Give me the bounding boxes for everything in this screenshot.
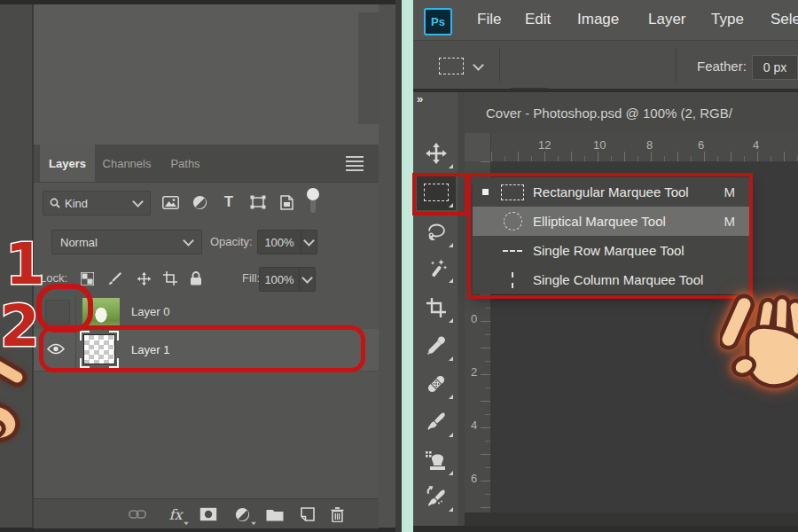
healing-brush-tool-icon: [425, 372, 448, 395]
ruler-label-h: 4: [753, 138, 759, 152]
tab-paths[interactable]: Paths: [159, 145, 212, 182]
tab-layers[interactable]: Layers: [40, 145, 95, 182]
blend-mode-value: Normal: [60, 236, 184, 249]
lock-all-icon[interactable]: [185, 269, 207, 288]
history-brush-tool-icon: [425, 485, 448, 508]
tool-preset-button[interactable]: [439, 58, 482, 74]
panel-right-strip: [379, 4, 395, 528]
add-layer-mask-icon[interactable]: [197, 503, 220, 526]
menu-layer[interactable]: Layer: [648, 11, 686, 28]
filter-row: Kind T: [34, 182, 379, 223]
tab-channels[interactable]: Channels: [95, 145, 159, 182]
upper-empty-panel: [34, 4, 379, 145]
new-layer-icon[interactable]: [296, 503, 319, 526]
panel-menu-icon[interactable]: [346, 156, 364, 158]
feather-value: 0 px: [763, 60, 786, 74]
eyedropper-tool-button[interactable]: [417, 328, 456, 364]
section-divider: [402, 0, 413, 532]
fill-value: 100%: [260, 273, 299, 286]
annotation-box-tool: [412, 173, 468, 215]
lock-position-icon[interactable]: [133, 269, 154, 288]
ruler-label-h: 10: [593, 138, 606, 152]
ruler-label-v: 4: [471, 419, 477, 432]
fill-label: Fill:: [242, 271, 260, 285]
annotation-rect-layer1: [39, 325, 365, 372]
move-tool-icon: [425, 142, 448, 165]
app-menu-bar: Ps File Edit Image Layer Type Sele: [413, 0, 798, 40]
new-adjustment-layer-icon[interactable]: [231, 503, 254, 526]
menu-select[interactable]: Sele: [771, 11, 798, 28]
window-bottom-edge: [413, 526, 798, 532]
lasso-tool-button[interactable]: [417, 215, 456, 250]
filter-smart-objects-icon[interactable]: [275, 192, 298, 213]
filter-shape-layers-icon[interactable]: [246, 192, 270, 213]
opacity-label: Opacity:: [210, 235, 253, 248]
layer-style-fx-icon[interactable]: fx: [164, 503, 187, 526]
ruler-corner: [465, 133, 491, 161]
magic-wand-tool-button[interactable]: [417, 250, 456, 286]
tab-channels-label: Channels: [103, 157, 152, 170]
filter-type-layers-icon[interactable]: T: [217, 192, 240, 213]
search-icon: [50, 198, 60, 208]
crop-tool-button[interactable]: [417, 290, 456, 325]
layer0-name: Layer 0: [131, 305, 169, 318]
tab-layers-label: Layers: [49, 157, 86, 170]
kind-filter-label: Kind: [65, 197, 134, 210]
chevron-down-icon: [473, 59, 484, 71]
fx-label: fx: [169, 506, 183, 523]
move-tool-button[interactable]: [417, 136, 456, 171]
lock-artboard-icon[interactable]: [160, 269, 181, 288]
ruler-label-v: 2: [471, 365, 477, 379]
ruler-label-v: 0: [471, 312, 477, 325]
blend-row: Normal Opacity: 100%: [34, 223, 379, 262]
new-group-folder-icon[interactable]: [263, 503, 286, 526]
lasso-tool-icon: [426, 222, 447, 243]
menu-edit[interactable]: Edit: [525, 11, 551, 28]
annotation-step-1: 1: [5, 236, 45, 293]
lock-image-icon[interactable]: [105, 269, 126, 288]
horizontal-ruler[interactable]: 12 10 8 6 4: [465, 133, 798, 162]
menu-type[interactable]: Type: [711, 11, 744, 28]
brush-tool-button[interactable]: [417, 404, 456, 440]
panel-right-gap: [395, 0, 402, 532]
filter-adjustment-layers-icon[interactable]: [188, 192, 211, 213]
layers-footer-bar: fx: [34, 498, 379, 528]
panel-tab-bar: Layers Channels Paths: [34, 145, 379, 183]
screenshot-root: Layers Channels Paths Kind T: [0, 0, 798, 532]
scrollbar-track[interactable]: [358, 12, 379, 124]
kind-filter-dropdown[interactable]: Kind: [43, 191, 151, 215]
logo-text: Ps: [431, 15, 445, 28]
feather-label: Feather:: [697, 59, 747, 74]
ruler-label-h: 12: [538, 138, 551, 152]
delete-layer-trash-icon[interactable]: [325, 503, 348, 526]
ruler-label-v: 6: [471, 472, 477, 485]
document-tab[interactable]: Cover - Photoshop.psd @ 100% (2, RGB/: [465, 92, 798, 133]
opacity-dropdown-button[interactable]: [301, 231, 317, 254]
opacity-field[interactable]: 100%: [257, 230, 317, 254]
clone-stamp-tool-icon: [425, 450, 448, 471]
eyedropper-tool-icon: [426, 335, 447, 356]
panel-collapse-button[interactable]: »: [417, 92, 424, 106]
magic-wand-tool-icon: [426, 257, 447, 278]
ruler-label-h: 6: [698, 138, 704, 152]
crop-tool-icon: [426, 297, 447, 318]
filter-pixel-layers-icon[interactable]: [159, 192, 182, 213]
tool-options-bar: Feather: 0 px: [413, 40, 798, 90]
opacity-value: 100%: [258, 236, 301, 249]
filter-toggle[interactable]: [306, 188, 320, 215]
ruler-label-h: 8: [646, 138, 653, 152]
blend-mode-dropdown[interactable]: Normal: [51, 230, 202, 254]
menu-file[interactable]: File: [477, 11, 501, 28]
brush-tool-icon: [426, 411, 447, 433]
fill-dropdown-button[interactable]: [299, 268, 315, 291]
menu-image[interactable]: Image: [577, 11, 619, 28]
link-layers-icon[interactable]: [126, 503, 149, 526]
marquee-preset-icon: [439, 58, 464, 74]
fill-field[interactable]: 100%: [259, 267, 316, 292]
type-glyph: T: [224, 193, 233, 211]
feather-input[interactable]: 0 px: [752, 55, 798, 80]
photoshop-logo[interactable]: Ps: [424, 8, 452, 35]
history-brush-tool-button[interactable]: [417, 479, 456, 514]
clone-stamp-tool-button[interactable]: [417, 442, 456, 478]
healing-brush-tool-button[interactable]: [417, 366, 456, 402]
